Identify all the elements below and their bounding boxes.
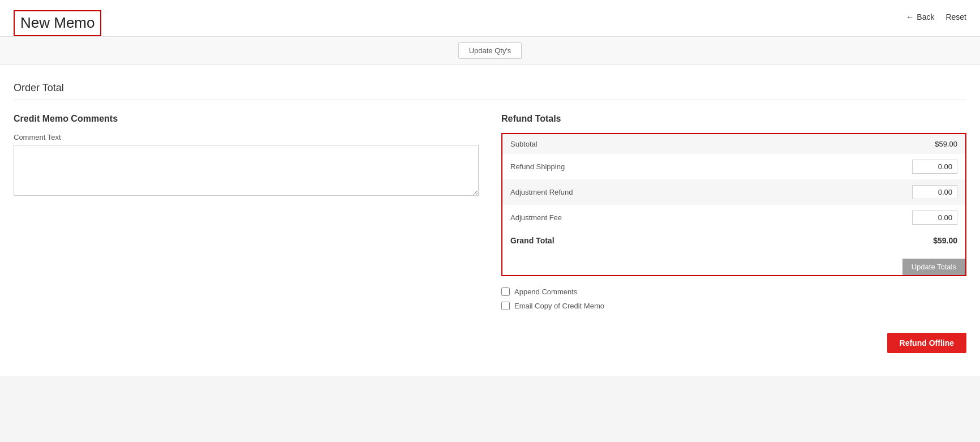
subtotal-static: $59.00 — [935, 140, 957, 148]
page-header: New Memo ← Back Reset — [0, 0, 980, 37]
adjustment-fee-value — [803, 205, 965, 230]
page-content: Order Total Credit Memo Comments Comment… — [0, 65, 980, 376]
page-title: New Memo — [14, 10, 101, 36]
comment-textarea[interactable] — [14, 145, 479, 196]
email-copy-label: Email Copy of Credit Memo — [514, 302, 604, 310]
toolbar: Update Qty's — [0, 37, 980, 65]
append-comments-checkbox[interactable] — [501, 287, 510, 296]
table-row: Adjustment Refund — [502, 179, 965, 205]
reset-button[interactable]: Reset — [945, 12, 966, 22]
refund-shipping-input[interactable] — [912, 160, 957, 174]
refund-shipping-value — [803, 154, 965, 179]
adjustment-fee-label: Adjustment Fee — [502, 205, 803, 230]
adjustment-refund-value — [803, 179, 965, 205]
adjustment-refund-input[interactable] — [912, 185, 957, 199]
bottom-actions: Refund Offline — [501, 333, 966, 353]
refund-offline-button[interactable]: Refund Offline — [887, 333, 966, 353]
append-comments-row: Append Comments — [501, 287, 966, 296]
comment-text-label: Comment Text — [14, 133, 479, 141]
refund-totals-table: Subtotal $59.00 Refund Shipping — [502, 134, 965, 251]
refund-totals-section: Refund Totals Subtotal $59.00 Refund Shi… — [501, 114, 966, 353]
email-copy-row: Email Copy of Credit Memo — [501, 302, 966, 310]
update-totals-button[interactable]: Update Totals — [902, 259, 965, 275]
refund-shipping-label: Refund Shipping — [502, 154, 803, 179]
email-copy-checkbox[interactable] — [501, 302, 510, 310]
update-qtys-button[interactable]: Update Qty's — [458, 42, 522, 59]
subtotal-label: Subtotal — [502, 134, 803, 154]
subtotal-value: $59.00 — [803, 134, 965, 154]
back-label: Back — [917, 12, 934, 22]
grand-total-amount: $59.00 — [933, 236, 957, 245]
grand-total-label: Grand Total — [502, 230, 803, 251]
back-arrow-icon: ← — [906, 12, 914, 22]
page-title-wrapper: New Memo — [14, 10, 101, 36]
table-row: Subtotal $59.00 — [502, 134, 965, 154]
two-column-layout: Credit Memo Comments Comment Text Refund… — [14, 114, 966, 353]
header-actions: ← Back Reset — [906, 10, 966, 22]
order-total-section-title: Order Total — [14, 82, 966, 100]
credit-memo-comments-section: Credit Memo Comments Comment Text — [14, 114, 479, 198]
back-button[interactable]: ← Back — [906, 12, 934, 22]
append-comments-label: Append Comments — [514, 287, 577, 296]
grand-total-value: $59.00 — [803, 230, 965, 251]
adjustment-refund-label: Adjustment Refund — [502, 179, 803, 205]
adjustment-fee-input[interactable] — [912, 211, 957, 225]
table-row: Refund Shipping — [502, 154, 965, 179]
refund-totals-title: Refund Totals — [501, 114, 966, 124]
grand-total-row: Grand Total $59.00 — [502, 230, 965, 251]
table-row: Adjustment Fee — [502, 205, 965, 230]
checkboxes-section: Append Comments Email Copy of Credit Mem… — [501, 287, 966, 316]
update-totals-row: Update Totals — [502, 255, 965, 275]
refund-totals-wrapper: Subtotal $59.00 Refund Shipping — [501, 133, 966, 276]
comments-section-title: Credit Memo Comments — [14, 114, 479, 124]
